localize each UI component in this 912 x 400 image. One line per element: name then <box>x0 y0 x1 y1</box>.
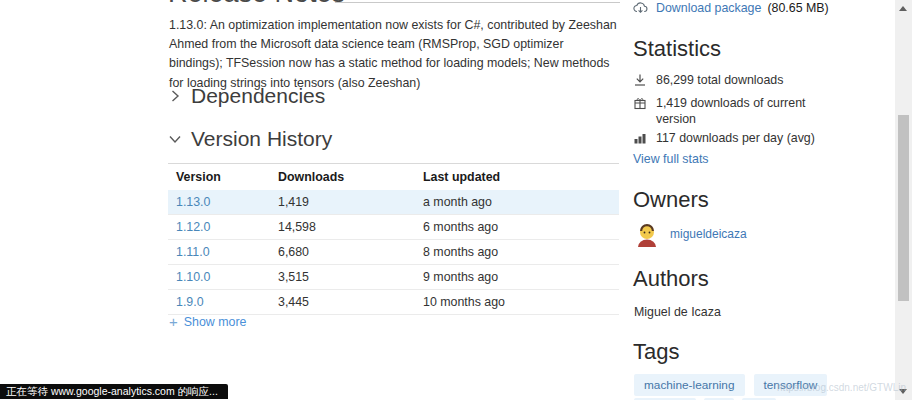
main-column: Release Notes 1.13.0: An optimization im… <box>168 0 620 400</box>
last-updated-cell: a month ago <box>415 190 619 215</box>
table-row: 1.11.0 6,680 8 months ago <box>168 240 619 265</box>
dependencies-heading: Dependencies <box>191 84 325 108</box>
download-icon <box>633 72 647 88</box>
graph-icon <box>633 130 647 146</box>
browser-status-bar: 正在等待 www.google-analytics.com 的响应... <box>0 384 228 399</box>
downloads-cell: 6,680 <box>270 240 415 265</box>
cloud-download-icon <box>633 2 648 15</box>
authors-heading: Authors <box>633 266 709 292</box>
downloads-cell: 3,515 <box>270 265 415 290</box>
version-link[interactable]: 1.9.0 <box>176 295 204 309</box>
version-history-heading: Version History <box>191 127 332 151</box>
download-package-link[interactable]: Download package <box>656 1 761 15</box>
stat-total-downloads: 86,299 total downloads <box>633 72 843 88</box>
version-history-section-toggle[interactable]: Version History <box>168 127 332 151</box>
scrollbar-thumb[interactable] <box>898 115 909 301</box>
statistics-heading: Statistics <box>633 36 721 62</box>
last-updated-cell: 9 months ago <box>415 265 619 290</box>
tag-machine-learning[interactable]: machine-learning <box>634 374 745 396</box>
version-link[interactable]: 1.10.0 <box>176 270 210 284</box>
sidebar: Download package (80.65 MB) Statistics 8… <box>633 0 895 400</box>
watermark-text: https://blog.csdn.net/GTWLin <box>777 382 906 393</box>
version-history-table: Version Downloads Last updated 1.13.0 1,… <box>168 163 619 315</box>
version-link[interactable]: 1.11.0 <box>176 245 210 259</box>
heading-rule <box>335 2 620 3</box>
downloads-cell: 1,419 <box>270 190 415 215</box>
stat-current-version-downloads: 1,419 downloads of current version <box>633 95 843 127</box>
nuget-package-page: Release Notes 1.13.0: An optimization im… <box>0 0 912 400</box>
author-name: Miguel de Icaza <box>634 305 721 319</box>
version-link[interactable]: 1.13.0 <box>176 195 210 209</box>
chevron-down-icon <box>168 131 182 147</box>
column-header-downloads: Downloads <box>270 164 415 191</box>
view-full-stats-link[interactable]: View full stats <box>633 152 709 166</box>
version-link[interactable]: 1.12.0 <box>176 220 210 234</box>
table-row: 1.12.0 14,598 6 months ago <box>168 215 619 240</box>
download-size: (80.65 MB) <box>767 1 828 15</box>
download-package-row: Download package (80.65 MB) <box>633 1 829 15</box>
stat-downloads-per-day: 117 downloads per day (avg) <box>633 130 843 146</box>
table-row: 1.10.0 3,515 9 months ago <box>168 265 619 290</box>
table-header-row: Version Downloads Last updated <box>168 164 619 191</box>
package-icon <box>633 95 647 127</box>
owners-heading: Owners <box>633 187 709 213</box>
owner-row: migueldeicaza <box>634 221 747 247</box>
last-updated-cell: 10 months ago <box>415 290 619 315</box>
chevron-right-icon <box>168 88 182 104</box>
owner-avatar[interactable] <box>634 221 660 247</box>
last-updated-cell: 8 months ago <box>415 240 619 265</box>
scrollbar-up-arrow-icon[interactable] <box>899 6 907 11</box>
table-row: 1.9.0 3,445 10 months ago <box>168 290 619 315</box>
table-row: 1.13.0 1,419 a month ago <box>168 190 619 215</box>
dependencies-section-toggle[interactable]: Dependencies <box>168 84 325 108</box>
release-notes-heading: Release Notes <box>168 0 345 9</box>
downloads-cell: 14,598 <box>270 215 415 240</box>
last-updated-cell: 6 months ago <box>415 215 619 240</box>
column-header-last-updated: Last updated <box>415 164 619 191</box>
column-header-version: Version <box>168 164 270 191</box>
release-notes-body: 1.13.0: An optimization implementation n… <box>169 16 619 93</box>
owner-link[interactable]: migueldeicaza <box>670 227 747 241</box>
show-more-link[interactable]: + Show more <box>169 315 246 329</box>
plus-icon: + <box>169 316 178 328</box>
vertical-scrollbar[interactable] <box>895 0 912 400</box>
downloads-cell: 3,445 <box>270 290 415 315</box>
tags-heading: Tags <box>633 339 679 365</box>
